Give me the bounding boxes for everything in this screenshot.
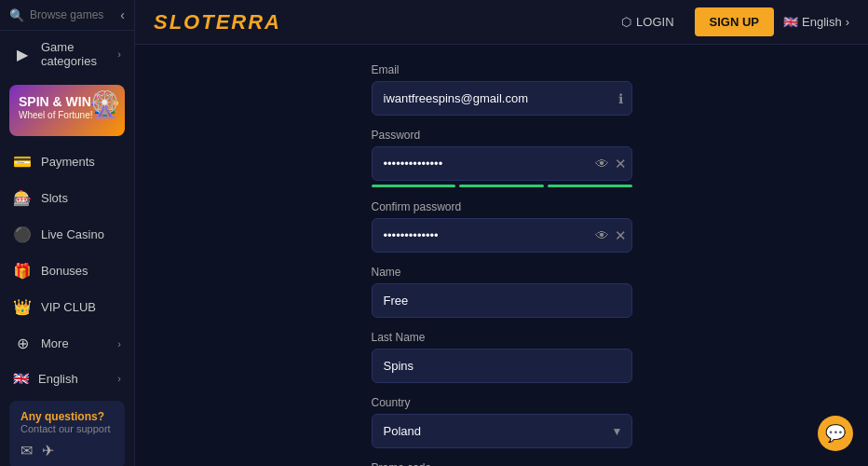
header: SLOTERRA ⬡ LOGIN SIGN UP 🇬🇧 English › [135,0,868,45]
telegram-support-button[interactable]: ✈ [42,442,54,459]
sidebar: 🔍 ‹ ▶ Game categories › SPIN & WIN Wheel… [0,0,135,466]
search-input[interactable] [30,8,115,21]
name-group: Name [372,266,632,318]
login-icon: ⬡ [621,15,631,29]
vip-icon: 👑 [13,298,32,316]
strength-segment-2 [459,185,544,187]
more-icon: ⊕ [13,335,32,352]
slots-icon: 🎰 [13,189,32,207]
header-flag-icon: 🇬🇧 [783,15,798,29]
country-select[interactable]: Poland Germany France Spain Italy [372,414,632,448]
password-group: Password 👁 ✕ [372,129,632,187]
search-icon: 🔍 [9,8,24,22]
bonuses-icon: 🎁 [13,262,32,280]
spin-wheel-icon: 🎡 [88,89,121,119]
language-button[interactable]: 🇬🇧 English › [783,15,849,29]
password-toggle-icon[interactable]: 👁 [595,156,609,171]
header-chevron-icon: › [846,15,849,29]
confirm-password-toggle-icon[interactable]: 👁 [595,227,609,243]
language-chevron-icon: › [117,373,121,384]
sidebar-label-game-categories: Game categories [41,40,108,68]
country-select-wrap: Poland Germany France Spain Italy ▼ [372,414,632,448]
promo-group: Promo code ✓ BBCASINOS30 ✕ EUR USD GBP ▼ [372,461,632,466]
game-categories-icon: ▶ [13,46,32,63]
payments-icon: 💳 [13,153,32,171]
email-group: Email ℹ [372,63,632,116]
support-title: Any questions? [20,410,114,423]
signup-button[interactable]: SIGN UP [695,7,774,36]
password-clear-icon[interactable]: ✕ [615,156,627,172]
confirm-password-clear-icon[interactable]: ✕ [615,227,627,244]
email-support-button[interactable]: ✉ [20,442,33,459]
promo-label: Promo code [372,461,632,466]
name-label: Name [372,266,632,279]
spin-title: SPIN & WIN [19,94,91,110]
search-bar: 🔍 ‹ [0,0,134,31]
sidebar-item-language[interactable]: 🇬🇧 English › [0,362,134,395]
password-field[interactable] [372,146,632,181]
signup-label: SIGN UP [710,15,759,29]
sidebar-item-more[interactable]: ⊕ More › [0,325,134,362]
password-input-wrap: 👁 ✕ [372,146,632,181]
sidebar-label-payments: Payments [41,155,121,169]
sidebar-item-payments[interactable]: 💳 Payments [0,144,134,180]
sidebar-label-live-casino: Live Casino [41,227,121,241]
live-casino-icon: ⚫ [13,226,32,243]
confirm-password-input-wrap: 👁 ✕ [372,218,632,253]
logo: SLOTERRA [154,10,281,34]
confirm-password-field[interactable] [372,218,632,253]
last-name-input-wrap [372,349,632,383]
support-subtitle: Contact our support [20,423,114,434]
email-field[interactable] [372,81,632,116]
sidebar-label-bonuses: Bonuses [41,264,121,278]
chat-button[interactable]: 💬 [818,416,853,451]
sidebar-item-vip-club[interactable]: 👑 VIP CLUB [0,289,134,325]
support-box: Any questions? Contact our support ✉ ✈ [9,401,125,466]
chevron-right-icon: › [117,48,121,60]
sidebar-label-vip-club: VIP CLUB [41,300,121,314]
login-button[interactable]: ⬡ LOGIN [610,9,685,34]
sidebar-item-live-casino[interactable]: ⚫ Live Casino [0,216,134,253]
header-actions: ⬡ LOGIN SIGN UP 🇬🇧 English › [610,7,849,36]
password-icons: 👁 ✕ [595,156,627,172]
name-input-wrap [372,283,632,318]
email-info-icon[interactable]: ℹ [618,91,623,106]
last-name-group: Last Name [372,331,632,383]
sidebar-label-slots: Slots [41,191,121,205]
collapse-sidebar-button[interactable]: ‹ [120,7,125,22]
support-icons: ✉ ✈ [20,442,114,459]
spin-subtitle: Wheel of Fortune! [19,110,92,120]
last-name-field[interactable] [372,349,632,383]
chat-icon: 💬 [825,423,846,444]
confirm-password-group: Confirm password 👁 ✕ [372,200,632,253]
last-name-label: Last Name [372,331,632,344]
sidebar-label-english: English [38,372,108,386]
strength-segment-3 [548,185,632,187]
main-content: SLOTERRA ⬡ LOGIN SIGN UP 🇬🇧 English › Em… [135,0,868,466]
email-label: Email [372,63,632,76]
email-input-wrap: ℹ [372,81,632,116]
password-label: Password [372,129,632,142]
strength-segment-1 [372,185,456,187]
sidebar-item-game-categories[interactable]: ▶ Game categories › [0,31,134,77]
sidebar-label-more: More [41,336,108,350]
flag-icon: 🇬🇧 [13,371,29,386]
spin-banner[interactable]: SPIN & WIN Wheel of Fortune! 🎡 [9,85,125,136]
header-language-label: English [802,15,842,29]
confirm-password-icons: 👁 ✕ [595,227,627,244]
more-chevron-icon: › [117,338,121,350]
country-group: Country Poland Germany France Spain Ital… [372,396,632,448]
registration-form: Email ℹ Password 👁 ✕ [372,63,632,447]
name-field[interactable] [372,283,632,318]
password-strength-bar [372,185,632,187]
country-label: Country [372,396,632,409]
form-area: Email ℹ Password 👁 ✕ [135,45,868,466]
confirm-password-label: Confirm password [372,200,632,213]
sidebar-item-bonuses[interactable]: 🎁 Bonuses [0,253,134,289]
sidebar-item-slots[interactable]: 🎰 Slots [0,180,134,216]
login-label: LOGIN [636,15,673,29]
